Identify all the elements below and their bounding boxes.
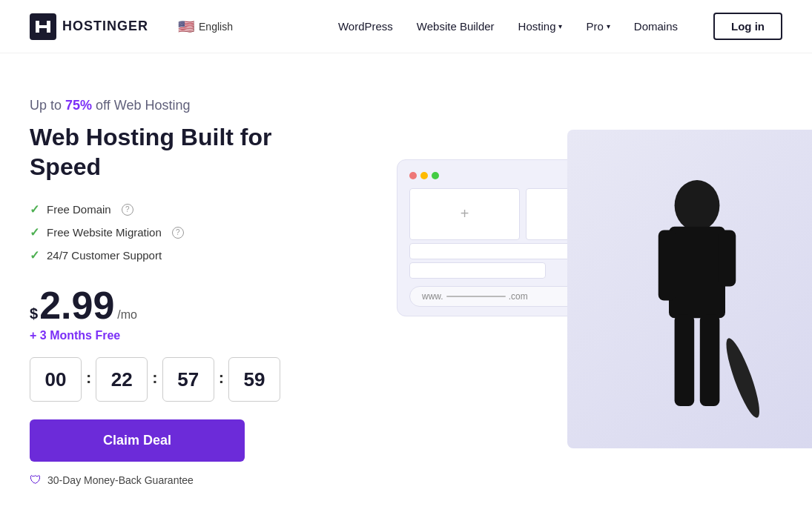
- navbar: HOSTINGER 🇺🇸 English WordPress Website B…: [0, 0, 812, 53]
- price-main: 2.99: [39, 286, 114, 325]
- claim-deal-button[interactable]: Claim Deal: [30, 419, 245, 462]
- svg-rect-5: [675, 314, 695, 406]
- svg-rect-4: [719, 230, 736, 286]
- hero-right: + + www. .com: [341, 137, 782, 448]
- logo[interactable]: HOSTINGER: [30, 13, 148, 40]
- hero-left: Up to 75% off Web Hosting Web Hosting Bu…: [30, 98, 311, 487]
- timer-hours: 00: [30, 357, 82, 402]
- timer-separator: :: [152, 368, 157, 388]
- timer-seconds: 57: [162, 357, 214, 402]
- logo-text: HOSTINGER: [62, 19, 148, 34]
- flag-icon: 🇺🇸: [178, 19, 194, 35]
- browser-dot-green: [432, 172, 439, 179]
- language-selector[interactable]: 🇺🇸 English: [178, 19, 233, 35]
- price-dollar: $: [30, 305, 38, 322]
- timer-separator: :: [219, 368, 224, 388]
- person-svg: [615, 167, 779, 448]
- svg-point-1: [675, 180, 720, 230]
- feature-label: 24/7 Customer Support: [47, 249, 162, 262]
- feature-free-domain: ✓ Free Domain ?: [30, 202, 311, 216]
- login-button[interactable]: Log in: [713, 13, 782, 40]
- feature-support: ✓ 24/7 Customer Support: [30, 248, 311, 262]
- mock-bar-short: [409, 262, 546, 279]
- guarantee-row: 🛡 30-Day Money-Back Guarantee: [30, 474, 311, 487]
- person-bg: [567, 130, 812, 448]
- guarantee-text: 30-Day Money-Back Guarantee: [47, 474, 194, 486]
- feature-label: Free Domain: [47, 203, 111, 216]
- feature-migration: ✓ Free Website Migration ?: [30, 225, 311, 239]
- url-line: [446, 296, 506, 297]
- countdown-timer: 00 : 22 : 57 : 59: [30, 357, 311, 402]
- nav-hosting[interactable]: Hosting ▾: [518, 20, 563, 33]
- check-icon: ✓: [30, 202, 39, 216]
- timer-separator: :: [86, 368, 91, 388]
- nav-wordpress[interactable]: WordPress: [338, 20, 393, 33]
- promo-line: Up to 75% off Web Hosting: [30, 98, 311, 113]
- bonus-months: + 3 Months Free: [30, 329, 311, 342]
- shield-icon: 🛡: [30, 474, 42, 487]
- timer-ms: 59: [228, 357, 280, 402]
- price-row: $ 2.99 /mo: [30, 286, 311, 325]
- feature-label: Free Website Migration: [47, 226, 162, 239]
- url-prefix: www.: [422, 291, 443, 302]
- hero-person-image: [567, 130, 812, 448]
- svg-rect-3: [658, 230, 676, 300]
- nav-links: WordPress Website Builder Hosting ▾ Pro …: [338, 13, 782, 40]
- price-section: $ 2.99 /mo + 3 Months Free: [30, 286, 311, 342]
- chevron-down-icon: ▾: [558, 22, 562, 30]
- url-suffix: .com: [509, 291, 528, 302]
- lang-label: English: [199, 21, 233, 33]
- svg-rect-2: [669, 226, 725, 318]
- nav-pro[interactable]: Pro ▾: [586, 20, 610, 33]
- svg-point-7: [721, 335, 765, 420]
- chevron-down-icon: ▾: [607, 22, 610, 30]
- check-icon: ✓: [30, 225, 39, 239]
- nav-domains[interactable]: Domains: [634, 20, 678, 33]
- check-icon: ✓: [30, 248, 39, 262]
- promo-prefix: Up to: [30, 98, 65, 113]
- info-icon[interactable]: ?: [172, 227, 184, 239]
- info-icon[interactable]: ?: [122, 204, 133, 216]
- promo-percent: 75%: [65, 98, 92, 113]
- mock-card-1: +: [409, 188, 520, 240]
- svg-rect-6: [700, 314, 720, 406]
- plus-icon: +: [461, 205, 469, 222]
- hero-title: Web Hosting Built for Speed: [30, 122, 311, 182]
- price-mo: /mo: [117, 308, 137, 322]
- promo-suffix: off Web Hosting: [92, 98, 190, 113]
- hero-section: Up to 75% off Web Hosting Web Hosting Bu…: [0, 53, 812, 517]
- timer-minutes: 22: [96, 357, 148, 402]
- browser-dot-yellow: [420, 172, 428, 179]
- nav-website-builder[interactable]: Website Builder: [417, 20, 495, 33]
- feature-list: ✓ Free Domain ? ✓ Free Website Migration…: [30, 202, 311, 262]
- hostinger-logo-icon: [30, 13, 56, 40]
- illustration-bg: + + www. .com: [397, 145, 782, 441]
- browser-dot-red: [409, 172, 417, 179]
